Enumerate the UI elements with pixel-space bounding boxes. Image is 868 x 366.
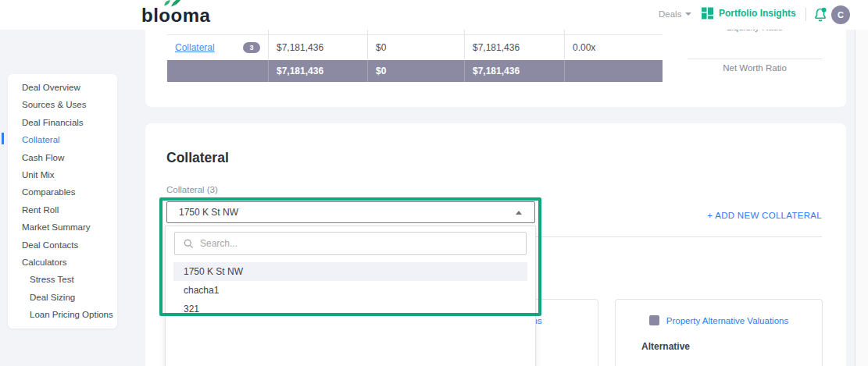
collateral-row-link[interactable]: Collateral [175,42,215,53]
table-cell: $0 [367,35,464,60]
table-cell: $7,181,436 [464,35,564,60]
sidebar-item-cash-flow[interactable]: Cash Flow [8,149,117,166]
page-scrollbar[interactable] [855,0,868,366]
chevron-down-icon [685,12,691,16]
add-new-collateral-button[interactable]: + ADD NEW COLLATERAL [707,211,822,220]
leaf-icon [163,0,183,9]
header-separator [805,8,806,21]
deal-sidebar-nav: Deal Overview Sources & Uses Deal Financ… [8,74,117,329]
search-icon [184,239,194,249]
sidebar-item-deal-sizing[interactable]: Deal Sizing [8,289,117,306]
collateral-dropdown-panel: 1750 K St NW chacha1 321 [165,226,536,366]
totals-cell: $7,181,436 [464,60,564,82]
collateral-select-value: 1750 K St NW [179,202,238,222]
active-nav-indicator [2,133,4,144]
net-worth-ratio-label: Net Worth Ratio [688,63,822,73]
ratio-divider [688,59,822,59]
notification-bell-icon[interactable] [813,6,828,23]
totals-cell [564,60,663,82]
sidebar-item-rent-roll[interactable]: Rent Roll [8,201,117,219]
sidebar-item-unit-mix[interactable]: Unit Mix [8,166,117,183]
collateral-count-badge: 3 [243,42,260,53]
sidebar-item-calculators[interactable]: Calculators [8,254,117,271]
dropdown-search-input[interactable] [200,238,526,249]
sidebar-item-market-summary[interactable]: Market Summary [8,219,117,236]
property-alternative-valuations-card: Property Alternative Valuations Alternat… [615,299,823,366]
sidebar-item-collateral[interactable]: Collateral [8,131,117,148]
top-header-bar: blooma Deals Portfolio Insights [0,0,868,30]
dropdown-option-chacha1[interactable]: chacha1 [173,281,527,300]
app-screen: Collateral 3 $7,181,436 $0 $7,181,436 0.… [0,0,868,366]
collateral-count-label: Collateral (3) [166,185,218,194]
table-clipped-row [167,30,663,34]
totals-cell: $0 [367,60,464,82]
sidebar-item-deal-overview[interactable]: Deal Overview [8,79,117,96]
sidebar-item-stress-test[interactable]: Stress Test [8,271,117,288]
dashboard-grid-icon [702,7,713,20]
collateral-select[interactable]: 1750 K St NW [166,201,535,223]
table-cell: 0.00x [564,35,663,60]
table-totals-row: $7,181,436 $0 $7,181,436 [167,60,663,82]
alternative-subtitle: Alternative [641,341,690,352]
table-row: Collateral 3 $7,181,436 $0 $7,181,436 0.… [167,34,663,60]
summary-table: Collateral 3 $7,181,436 $0 $7,181,436 0.… [167,30,663,82]
portfolio-insights-link[interactable]: Portfolio Insights [702,7,796,20]
sidebar-item-deal-contacts[interactable]: Deal Contacts [8,236,117,254]
deals-menu[interactable]: Deals [659,9,691,19]
dropdown-option-321[interactable]: 321 [173,300,527,318]
sidebar-item-loan-pricing-options[interactable]: Loan Pricing Options [8,306,117,323]
dropdown-search-box [174,232,527,255]
totals-cell [167,60,268,82]
property-alternative-valuations-link[interactable]: Property Alternative Valuations [616,315,822,325]
legend-square-icon [649,315,659,325]
table-cell: $7,181,436 [268,35,367,60]
chevron-up-icon [516,211,522,215]
dropdown-option-1750-k-st-nw[interactable]: 1750 K St NW [173,262,527,281]
page-title: Collateral [166,150,229,166]
user-avatar[interactable]: C [831,5,850,24]
dropdown-options-list: 1750 K St NW chacha1 321 [166,262,535,318]
sidebar-item-comparables[interactable]: Comparables [8,183,117,201]
deals-menu-label: Deals [659,9,681,19]
sidebar-item-deal-financials[interactable]: Deal Financials [8,114,117,131]
sidebar-item-sources-uses[interactable]: Sources & Uses [8,96,117,113]
blooma-logo[interactable]: blooma [141,2,212,29]
totals-cell: $7,181,436 [268,60,367,82]
portfolio-insights-label: Portfolio Insights [719,8,796,19]
property-alternative-valuations-title: Property Alternative Valuations [666,316,788,325]
